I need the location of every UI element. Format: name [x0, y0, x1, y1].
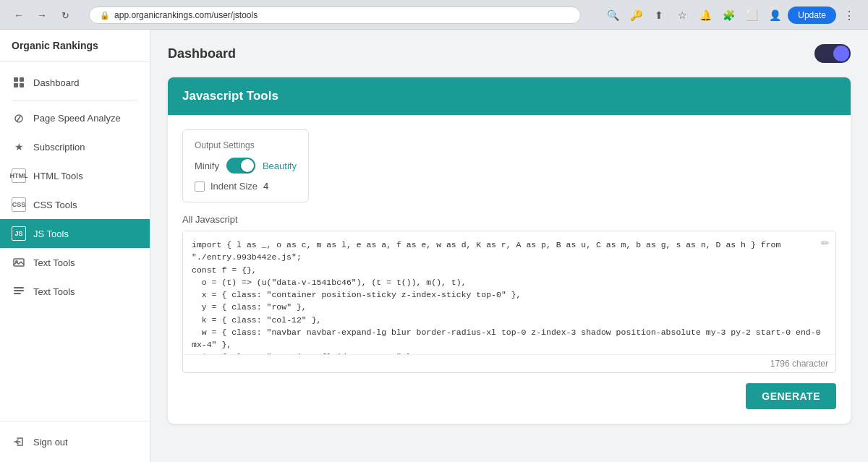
- share-icon[interactable]: ⬆: [649, 5, 669, 25]
- sidebar-item-page-speed[interactable]: Page Speed Analyze: [0, 103, 150, 132]
- sidebar-item-subscription[interactable]: ★ Subscription: [0, 132, 150, 161]
- bookmark-icon[interactable]: ☆: [672, 5, 692, 25]
- address-bar[interactable]: 🔒 app.organicrankings.com/user/jstools: [89, 7, 581, 24]
- sidebar-item-dashboard[interactable]: Dashboard: [0, 68, 150, 97]
- sidebar-item-js-tools[interactable]: JS JS Tools: [0, 219, 150, 248]
- output-settings-box: Output Settings Minify Beautify Indent S…: [182, 129, 309, 202]
- svg-rect-8: [14, 290, 24, 291]
- card-body: Output Settings Minify Beautify Indent S…: [168, 115, 851, 424]
- menu-icon[interactable]: ⋮: [839, 5, 859, 25]
- indent-checkbox[interactable]: [195, 181, 205, 192]
- svg-rect-1: [20, 77, 24, 82]
- dark-mode-knob: [833, 46, 849, 61]
- code-textarea-wrapper: ✏ 1796 character: [182, 231, 836, 373]
- forward-button[interactable]: →: [32, 5, 52, 25]
- svg-rect-3: [20, 83, 24, 87]
- generate-button-row: GENERATE: [182, 383, 836, 409]
- code-section-label: All Javascript: [182, 214, 836, 225]
- javascript-tools-card: Javascript Tools Output Settings Minify …: [168, 77, 851, 424]
- code-footer: 1796 character: [183, 354, 835, 372]
- sidebar-item-label: Dashboard: [33, 77, 80, 88]
- sidebar-brand: Organic Rankings: [0, 30, 150, 62]
- text-icon: [12, 284, 26, 299]
- indent-label: Indent Size: [210, 181, 258, 192]
- sidebar-item-label: HTML Tools: [33, 171, 83, 181]
- sidebar-item-label: CSS Tools: [33, 200, 77, 210]
- lock-icon: 🔒: [100, 11, 110, 20]
- svg-rect-7: [14, 287, 24, 288]
- page-header: Dashboard: [168, 44, 851, 63]
- url-text: app.organicrankings.com/user/jstools: [114, 10, 258, 20]
- code-textarea[interactable]: [183, 231, 835, 354]
- svg-rect-0: [14, 77, 18, 82]
- update-button[interactable]: Update: [788, 7, 836, 24]
- indent-row: Indent Size 4: [195, 181, 297, 192]
- sidebar-item-label: Subscription: [33, 142, 85, 153]
- card-title: Javascript Tools: [182, 89, 278, 103]
- sidebar-item-image-tools[interactable]: Text Tools: [0, 248, 150, 277]
- extension-icon[interactable]: 🧩: [718, 5, 739, 25]
- sidebar: Organic Rankings Dashboard P: [0, 30, 150, 462]
- notification-icon[interactable]: 🔔: [695, 5, 715, 25]
- grid-icon: [12, 75, 26, 90]
- signout-icon: [12, 435, 26, 449]
- sidebar-item-sign-out[interactable]: Sign out: [0, 427, 150, 456]
- html-icon: HTML: [12, 168, 26, 183]
- image-icon: [12, 255, 26, 270]
- split-screen-icon[interactable]: ⬜: [741, 5, 762, 25]
- beautify-label: Beautify: [263, 161, 297, 171]
- gauge-icon: [12, 111, 26, 125]
- dark-mode-toggle[interactable]: [814, 44, 851, 63]
- sidebar-item-css-tools[interactable]: CSS CSS Tools: [0, 190, 150, 219]
- svg-rect-9: [14, 293, 21, 294]
- indent-value: 4: [263, 181, 268, 192]
- browser-actions: 🔍 🔑 ⬆ ☆ 🔔 🧩 ⬜ 👤 Update ⋮: [603, 5, 859, 25]
- sidebar-item-label: Page Speed Analyze: [33, 113, 121, 124]
- sidebar-nav: Dashboard Page Speed Analyze ★ Subscript…: [0, 62, 150, 421]
- nav-buttons: ← → ↻: [9, 5, 75, 25]
- profile-icon[interactable]: 👤: [765, 5, 785, 25]
- sidebar-item-text-tools[interactable]: Text Tools: [0, 277, 150, 306]
- sidebar-item-html-tools[interactable]: HTML HTML Tools: [0, 161, 150, 190]
- sidebar-item-label: Sign out: [33, 437, 68, 448]
- sidebar-item-label: JS Tools: [33, 228, 69, 239]
- sidebar-item-label: Text Tools: [33, 257, 75, 268]
- minify-beautify-row: Minify Beautify: [195, 158, 297, 174]
- key-icon[interactable]: 🔑: [626, 5, 646, 25]
- sidebar-footer: Sign out: [0, 421, 150, 462]
- reload-button[interactable]: ↻: [55, 5, 75, 25]
- page-title: Dashboard: [168, 46, 236, 61]
- svg-rect-2: [14, 83, 18, 87]
- browser-chrome: ← → ↻ 🔒 app.organicrankings.com/user/jst…: [0, 0, 868, 30]
- char-count: 1796 character: [770, 359, 828, 369]
- main-content: Dashboard Javascript Tools Output Settin…: [150, 30, 868, 462]
- generate-button[interactable]: GENERATE: [746, 383, 836, 409]
- js-icon: JS: [12, 226, 26, 241]
- sidebar-item-label: Text Tools: [33, 286, 75, 297]
- minify-label: Minify: [195, 161, 219, 171]
- star-icon: ★: [12, 140, 26, 154]
- toggle-knob: [241, 159, 254, 172]
- beautify-toggle[interactable]: [226, 158, 255, 174]
- back-button[interactable]: ←: [9, 5, 29, 25]
- output-settings-label: Output Settings: [195, 140, 297, 150]
- search-icon[interactable]: 🔍: [603, 5, 623, 25]
- card-header: Javascript Tools: [168, 77, 851, 115]
- edit-icon[interactable]: ✏: [821, 237, 830, 249]
- css-icon: CSS: [12, 197, 26, 212]
